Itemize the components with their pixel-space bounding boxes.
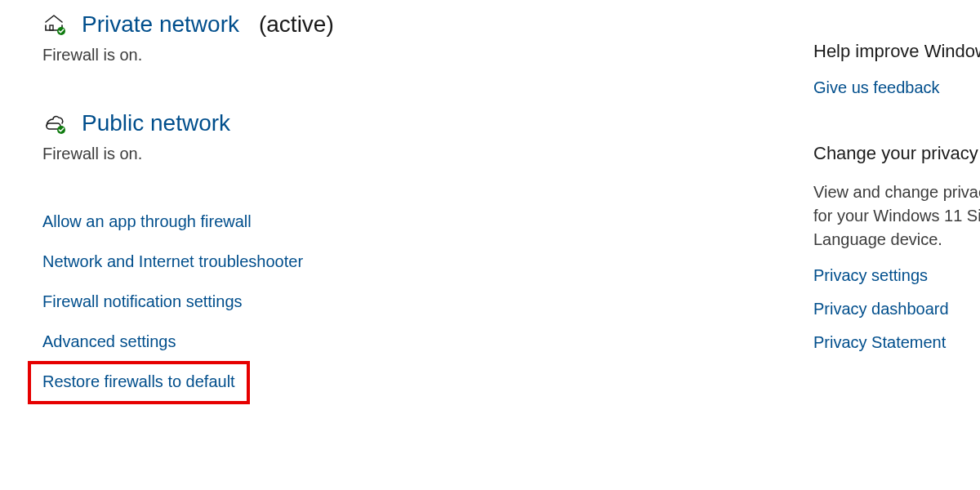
help-improve-section: Help improve Windows Security Give us fe… <box>813 41 980 97</box>
private-network-link[interactable]: Private network <box>82 11 239 38</box>
privacy-text-line: Language device. <box>813 228 980 252</box>
privacy-text-line: View and change privacy settings <box>813 180 980 204</box>
public-network-icon <box>42 111 67 136</box>
private-network-section: Private network (active) Firewall is on. <box>42 11 794 65</box>
private-network-active-label: (active) <box>259 11 334 38</box>
private-network-header: Private network (active) <box>42 11 794 38</box>
privacy-dashboard-link[interactable]: Privacy dashboard <box>813 300 949 318</box>
give-feedback-link[interactable]: Give us feedback <box>813 78 940 97</box>
restore-default-highlight: Restore firewalls to default <box>28 361 250 404</box>
public-network-status: Firewall is on. <box>42 145 794 163</box>
allow-app-through-firewall-link[interactable]: Allow an app through firewall <box>42 212 252 231</box>
private-network-status: Firewall is on. <box>42 46 794 65</box>
firewall-notification-settings-link[interactable]: Firewall notification settings <box>42 292 243 311</box>
private-network-icon <box>42 12 67 37</box>
svg-rect-0 <box>50 25 53 30</box>
main-content: Private network (active) Firewall is on.… <box>42 11 794 404</box>
firewall-links-list: Allow an app through firewall Network an… <box>42 212 794 404</box>
help-improve-heading: Help improve Windows Security <box>813 41 980 62</box>
public-network-header: Public network <box>42 110 794 136</box>
privacy-section: Change your privacy settings View and ch… <box>813 143 980 352</box>
privacy-links: Privacy settings Privacy dashboard Priva… <box>813 266 980 352</box>
privacy-description: View and change privacy settings for you… <box>813 180 980 252</box>
privacy-settings-link[interactable]: Privacy settings <box>813 266 928 285</box>
privacy-text-line: for your Windows 11 Single <box>813 204 980 228</box>
public-network-section: Public network Firewall is on. <box>42 110 794 163</box>
restore-firewalls-default-link[interactable]: Restore firewalls to default <box>42 372 235 391</box>
privacy-statement-link[interactable]: Privacy Statement <box>813 333 946 352</box>
advanced-settings-link[interactable]: Advanced settings <box>42 332 176 351</box>
public-network-link[interactable]: Public network <box>82 110 230 136</box>
right-sidebar: Help improve Windows Security Give us fe… <box>813 41 980 398</box>
privacy-heading: Change your privacy settings <box>813 143 980 164</box>
network-troubleshooter-link[interactable]: Network and Internet troubleshooter <box>42 252 303 271</box>
